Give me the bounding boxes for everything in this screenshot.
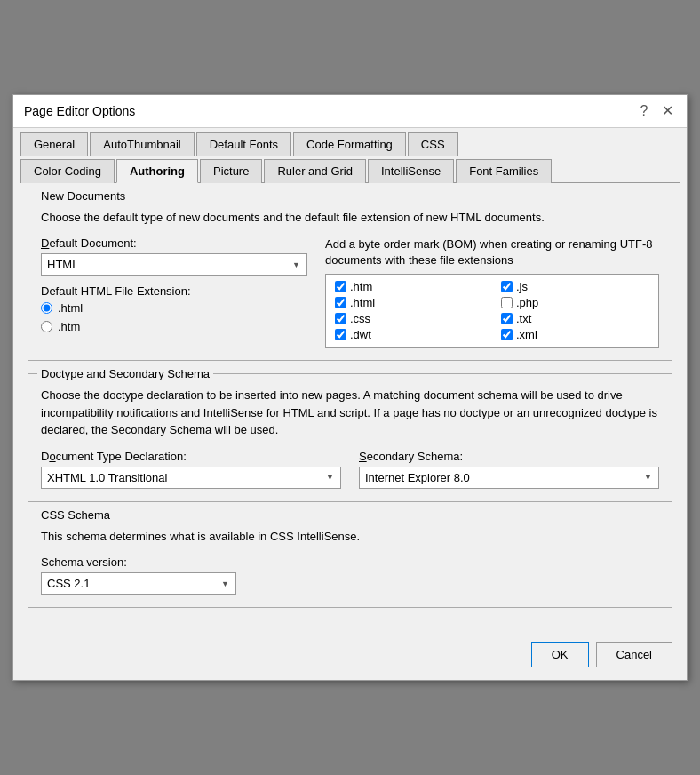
- radio-html-label[interactable]: .html: [41, 301, 307, 315]
- tab-font-families[interactable]: Font Families: [456, 159, 552, 183]
- new-documents-label: New Documents: [37, 189, 129, 203]
- new-documents-columns: Default Document: HTML ASP PHP XHTML Def…: [41, 236, 659, 348]
- bom-js[interactable]: .js: [501, 280, 649, 293]
- radio-html-text: .html: [58, 301, 83, 315]
- doctype-declaration-label: Document Type Declaration:: [41, 450, 341, 463]
- ok-button[interactable]: OK: [531, 642, 589, 667]
- cancel-button[interactable]: Cancel: [596, 642, 672, 667]
- css-schema-desc: This schema determines what is available…: [41, 528, 659, 546]
- radio-html-input[interactable]: [41, 302, 52, 314]
- doctype-col-right: Secondary Schema: Internet Explorer 8.0 …: [359, 450, 659, 489]
- tab-authoring[interactable]: Authoring: [116, 159, 198, 183]
- bom-dwt[interactable]: .dwt: [335, 328, 483, 341]
- title-bar-buttons: ? ✕: [635, 102, 676, 120]
- tab-intellisense[interactable]: IntelliSense: [368, 159, 454, 183]
- tab-color-coding[interactable]: Color Coding: [20, 159, 115, 183]
- tabs-container: General AutoThumbnail Default Fonts Code…: [13, 128, 687, 183]
- tab-autothumbnail[interactable]: AutoThumbnail: [90, 132, 194, 156]
- tab-default-fonts[interactable]: Default Fonts: [196, 132, 291, 156]
- bom-htm[interactable]: .htm: [335, 280, 483, 293]
- dialog-content: New Documents Choose the default type of…: [13, 183, 687, 634]
- new-documents-right: Add a byte order mark (BOM) when creatin…: [325, 236, 659, 348]
- new-documents-section: New Documents Choose the default type of…: [28, 196, 672, 362]
- default-doc-underline: Default Document:: [41, 236, 137, 250]
- secondary-schema-label: Secondary Schema:: [359, 450, 659, 463]
- bom-htm-check[interactable]: [335, 281, 346, 292]
- tabs-row-1: General AutoThumbnail Default Fonts Code…: [13, 128, 687, 155]
- close-button[interactable]: ✕: [658, 102, 676, 120]
- doctype-select[interactable]: XHTML 1.0 Transitional HTML 4.01 Transit…: [41, 467, 341, 489]
- file-ext-label: Default HTML File Extension:: [41, 284, 307, 298]
- doctype-label: Doctype and Secondary Schema: [37, 367, 213, 380]
- bom-html[interactable]: .html: [335, 296, 483, 309]
- schema-version-label: Schema version:: [41, 555, 659, 569]
- default-doc-label: Default Document:: [41, 236, 307, 250]
- secondary-schema-wrapper: Internet Explorer 8.0 Internet Explorer …: [359, 467, 659, 489]
- tab-ruler-grid[interactable]: Ruler and Grid: [264, 159, 366, 183]
- bom-html-check[interactable]: [335, 297, 346, 308]
- css-schema-version-select[interactable]: CSS 2.1 CSS 3.0: [41, 572, 236, 595]
- tab-general[interactable]: General: [20, 132, 88, 156]
- doctype-section: Doctype and Secondary Schema Choose the …: [28, 373, 672, 502]
- bom-xml[interactable]: .xml: [501, 328, 649, 341]
- bom-css[interactable]: .css: [335, 312, 483, 325]
- tab-picture[interactable]: Picture: [200, 159, 262, 183]
- doctype-select-wrapper: XHTML 1.0 Transitional HTML 4.01 Transit…: [41, 467, 341, 489]
- bom-txt-check[interactable]: [501, 313, 513, 324]
- doctype-row: Document Type Declaration: XHTML 1.0 Tra…: [41, 450, 659, 489]
- secondary-schema-select[interactable]: Internet Explorer 8.0 Internet Explorer …: [359, 467, 659, 489]
- bom-js-check[interactable]: [501, 281, 513, 292]
- file-ext-group: Default HTML File Extension: .html .htm: [41, 284, 307, 333]
- page-editor-options-dialog: Page Editor Options ? ✕ General AutoThum…: [12, 94, 688, 682]
- bom-php[interactable]: .php: [501, 296, 649, 309]
- new-documents-left: Default Document: HTML ASP PHP XHTML Def…: [41, 236, 307, 348]
- css-schema-label: CSS Schema: [37, 508, 114, 522]
- tabs-row-2: Color Coding Authoring Picture Ruler and…: [13, 155, 687, 182]
- default-doc-select[interactable]: HTML ASP PHP XHTML: [41, 253, 307, 276]
- bom-txt[interactable]: .txt: [501, 312, 649, 325]
- dialog-title: Page Editor Options: [24, 104, 135, 118]
- bom-css-check[interactable]: [335, 313, 346, 324]
- bom-dwt-check[interactable]: [335, 329, 346, 340]
- radio-htm-text: .htm: [58, 320, 80, 333]
- default-doc-wrapper: HTML ASP PHP XHTML: [41, 253, 307, 276]
- tab-css[interactable]: CSS: [408, 132, 458, 156]
- title-bar: Page Editor Options ? ✕: [13, 95, 687, 128]
- bom-checkbox-box: .htm .js .html .php: [325, 274, 659, 348]
- css-schema-section: CSS Schema This schema determines what i…: [28, 515, 672, 609]
- css-schema-version-wrapper: CSS 2.1 CSS 3.0: [41, 572, 236, 595]
- bom-xml-check[interactable]: [501, 329, 513, 340]
- bom-desc: Add a byte order mark (BOM) when creatin…: [325, 236, 659, 268]
- doctype-desc: Choose the doctype declaration to be ins…: [41, 387, 659, 439]
- bom-php-check[interactable]: [501, 297, 513, 308]
- radio-htm-input[interactable]: [41, 321, 52, 332]
- radio-htm-label[interactable]: .htm: [41, 320, 307, 333]
- help-button[interactable]: ?: [635, 102, 653, 120]
- doctype-col-left: Document Type Declaration: XHTML 1.0 Tra…: [41, 450, 341, 489]
- new-documents-desc: Choose the default type of new documents…: [41, 209, 659, 227]
- dialog-footer: OK Cancel: [13, 633, 687, 680]
- tab-code-formatting[interactable]: Code Formatting: [293, 132, 406, 156]
